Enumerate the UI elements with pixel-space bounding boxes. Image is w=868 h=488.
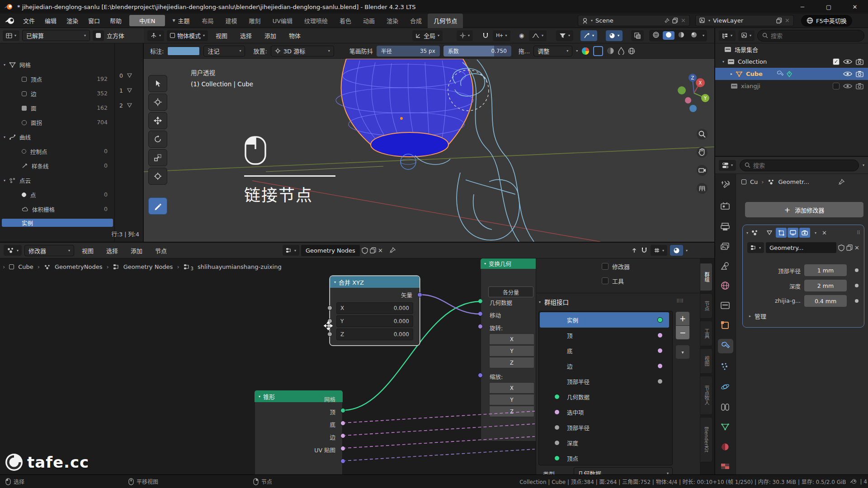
tool-rotate-button[interactable] <box>148 131 167 148</box>
merge-field-z[interactable]: Z0.000 <box>336 328 413 340</box>
socket-add-button[interactable]: + <box>676 312 689 325</box>
new-datablock-icon[interactable] <box>672 18 678 23</box>
collection-checkbox[interactable]: ✓ <box>833 58 840 65</box>
node-editor-type-button[interactable]: ▾ <box>4 245 22 256</box>
tool-tweak-button[interactable] <box>148 75 167 92</box>
tree-row-vertices[interactable]: 顶点 <box>22 73 42 85</box>
tool-extra-caret[interactable]: ▾ <box>576 49 578 53</box>
eye-icon[interactable] <box>843 70 852 77</box>
tab-material[interactable] <box>721 442 736 451</box>
socket-type-dropdown[interactable]: 几何数据▾ <box>574 467 673 474</box>
node-menu-add[interactable]: 添加 <box>126 246 147 255</box>
field-top-radius-dot[interactable] <box>855 268 859 272</box>
properties-editor-type[interactable]: ▾ <box>719 160 736 171</box>
add-modifier-button[interactable]: + 添加修改器 <box>745 202 863 217</box>
viewport-menu-select[interactable]: 选择 <box>235 31 257 40</box>
tree-group-curve[interactable]: ▾曲线 <box>4 131 31 143</box>
nodetree-browse-button[interactable]: ▾ <box>747 242 764 253</box>
menu-help[interactable]: 帮助 <box>105 16 127 25</box>
tab-output[interactable] <box>721 223 736 231</box>
viewport-pan-button[interactable] <box>696 146 708 158</box>
tab-viewlayer[interactable] <box>721 243 736 251</box>
falloff-dropdown[interactable]: ▾ <box>529 30 547 41</box>
tab-particles[interactable] <box>721 362 736 371</box>
tab-object[interactable] <box>721 321 736 330</box>
modifier-toggle-realtime-icon[interactable] <box>788 228 798 238</box>
placement-dropdown[interactable]: 3D 游标▾ <box>271 46 334 56</box>
sidebar-checkbox-modifier[interactable]: 修改器 <box>602 262 630 271</box>
breadcrumb-geonodes-tree[interactable]: Geometry Nodes <box>123 263 173 270</box>
tab-physics[interactable] <box>721 382 736 391</box>
socket-row-bottom[interactable]: 底 <box>540 343 669 358</box>
object-eval-icon[interactable] <box>93 30 104 41</box>
annotate-layer-dropdown[interactable]: 注记▾ <box>203 46 245 56</box>
snap-magnet-icon[interactable] <box>482 32 489 39</box>
cone-top-socket[interactable] <box>340 421 345 426</box>
merge-x-socket[interactable] <box>327 305 332 310</box>
node-menu-node[interactable]: 节点 <box>150 246 172 255</box>
socket-row-top-radius-in[interactable]: 顶部半径 <box>540 420 669 435</box>
gp-droplet-icon[interactable] <box>618 47 624 55</box>
viewport-menu-add[interactable]: 添加 <box>259 31 281 40</box>
annotate-color-swatch[interactable] <box>167 47 200 56</box>
tab-object-data[interactable] <box>721 423 736 431</box>
tab-uv[interactable]: UV编辑 <box>267 14 298 28</box>
outliner-search-input[interactable]: 搜索 <box>757 30 864 42</box>
overlay-caret[interactable]: ▾ <box>686 249 688 253</box>
field-depth-value[interactable]: 2 mm <box>804 280 847 291</box>
outliner-filter-button[interactable]: ▾ <box>738 30 755 41</box>
node-merge-xyz[interactable]: ▾合并 XYZ 矢量 X0.000 Y0.000 Z0.000 ругу <box>330 276 420 345</box>
tree-row-faces[interactable]: 面 <box>22 102 37 114</box>
field-zhijia-value[interactable]: 0.4 mm <box>804 295 847 307</box>
tab-layout[interactable]: 布局 <box>196 14 220 28</box>
socket-row-depth[interactable]: 深度 <box>540 435 669 450</box>
pivot-dropdown[interactable]: ▾ <box>457 30 473 41</box>
modifier-toggle-render-icon[interactable] <box>799 228 810 238</box>
tool-cursor-button[interactable] <box>148 94 167 111</box>
socket-row-geometry[interactable]: 几何数据 <box>540 389 669 404</box>
socket-row-instance-selected[interactable]: 实例 <box>540 312 669 328</box>
tab-modeling[interactable]: 建模 <box>220 14 243 28</box>
outliner-row-xiangji[interactable]: xiangji <box>715 80 868 92</box>
tree-row-instances-selected[interactable]: 实例 <box>2 219 113 227</box>
tab-tool[interactable] <box>721 180 736 189</box>
tab-constraints[interactable] <box>721 403 736 411</box>
f5-language-button[interactable]: F5中英切换 <box>801 15 852 27</box>
cone-uvmap-socket[interactable] <box>340 459 345 464</box>
tab-modifiers-active[interactable] <box>718 339 733 353</box>
menu-edit[interactable]: 编辑 <box>40 16 61 25</box>
pin-icon[interactable] <box>664 18 670 23</box>
outliner-row-cube-selected[interactable]: ▸ Cube <box>715 68 868 80</box>
factor-slider[interactable]: 系数0.750 <box>443 46 511 56</box>
tree-row-splines[interactable]: 样条线 <box>22 160 49 172</box>
viewport-editor-type-button[interactable]: ▾ <box>147 30 164 41</box>
node-menu-select[interactable]: 选择 <box>101 246 123 255</box>
merge-z-socket[interactable] <box>327 332 332 337</box>
sidebar-checkbox-tool[interactable]: 工具 <box>602 277 624 285</box>
scene-selector[interactable]: ▾ Scene ✕ <box>578 15 690 26</box>
tool-move-button[interactable] <box>148 112 167 129</box>
shading-rendered-icon[interactable] <box>688 31 700 40</box>
pin-icon[interactable] <box>838 179 844 185</box>
overlays-toggle[interactable]: ▾ <box>606 30 623 41</box>
group-interface-panel-header[interactable]: ▾群组接口 <box>539 297 569 306</box>
pin-icon[interactable] <box>389 247 396 253</box>
socket-remove-button[interactable]: − <box>676 326 689 339</box>
viewport-3d[interactable]: ▾ 物体模式▾ 视图 选择 添加 物体 全局▾ ▾ H+▾ ◉ ▾ ▾ ▾ ▾ … <box>144 28 714 242</box>
radius-slider[interactable]: 半径35 px <box>377 46 440 56</box>
menu-file[interactable]: 文件 <box>18 16 40 25</box>
copy-datablock-icon[interactable] <box>846 244 853 251</box>
minimize-button[interactable]: ─ <box>789 0 816 14</box>
tree-row-volume-grids[interactable]: 体积栅格 <box>22 203 55 215</box>
breadcrumb-modifier[interactable]: Geometr... <box>778 178 809 185</box>
socket-row-selection[interactable]: 选中项 <box>540 404 669 420</box>
camera-icon[interactable] <box>856 83 863 89</box>
orientation-dropdown[interactable]: 全局▾ <box>412 30 443 41</box>
viewlayer-selector[interactable]: ▾ ViewLayer ✕ <box>695 15 794 26</box>
close-button[interactable]: ✕ <box>842 0 868 14</box>
navigation-gizmo[interactable]: Z X Y <box>675 71 713 115</box>
viewport-zoom-button[interactable] <box>696 128 708 140</box>
gp-sphere-icon[interactable] <box>607 47 614 55</box>
snap-with-dropdown[interactable]: H+▾ <box>493 30 510 41</box>
shield-icon[interactable] <box>362 247 368 254</box>
